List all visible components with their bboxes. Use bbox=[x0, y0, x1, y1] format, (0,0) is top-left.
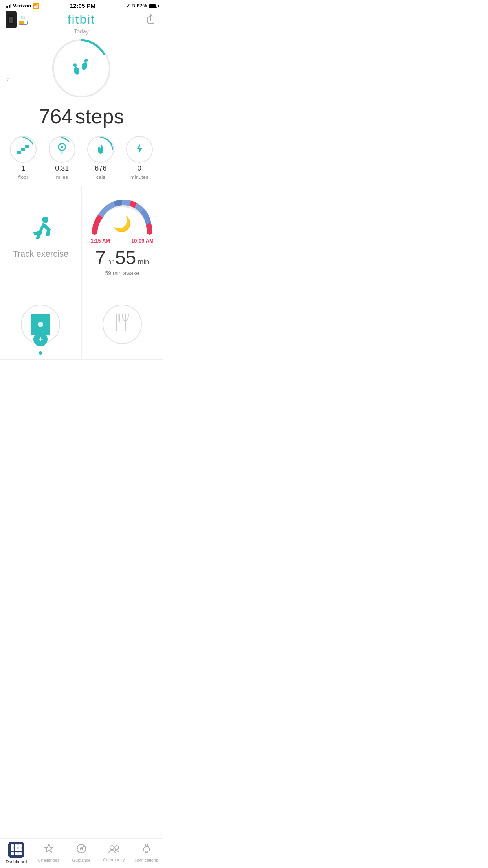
device-status-icons: ⧉ bbox=[19, 14, 28, 25]
svg-point-4 bbox=[73, 63, 77, 68]
cals-label: cals bbox=[96, 174, 105, 180]
stat-calories[interactable]: 676 cals bbox=[87, 136, 114, 180]
device-battery bbox=[19, 21, 28, 25]
sleep-times: 1:15 AM 10:09 AM bbox=[91, 238, 154, 244]
log-book-icon bbox=[31, 314, 50, 335]
app-header: ⧉ fitbit bbox=[0, 11, 163, 27]
minutes-value: 0 bbox=[138, 164, 141, 173]
svg-point-13 bbox=[42, 217, 48, 223]
share-icon bbox=[146, 13, 156, 26]
bottom-cards-row: + bbox=[0, 289, 163, 360]
steps-icon bbox=[70, 54, 93, 83]
miles-circle bbox=[49, 136, 75, 163]
sleep-min-label: min bbox=[138, 258, 149, 266]
today-label: Today bbox=[74, 28, 88, 35]
steps-label: steps bbox=[75, 105, 124, 128]
sleep-hours: 7 bbox=[95, 247, 106, 268]
running-icon bbox=[25, 216, 56, 249]
sleep-hr-label: hr bbox=[107, 258, 114, 266]
food-utensils-icon bbox=[114, 313, 131, 336]
sleep-start-time: 1:15 AM bbox=[91, 238, 110, 244]
miles-value: 0.31 bbox=[55, 164, 69, 173]
signal-bars bbox=[6, 4, 11, 8]
miles-label: miles bbox=[56, 174, 68, 180]
app-title: fitbit bbox=[68, 12, 95, 27]
steps-circle bbox=[50, 37, 113, 100]
floor-circle bbox=[10, 136, 37, 163]
cals-value: 676 bbox=[95, 164, 106, 173]
status-left: Verizon 📶 bbox=[6, 3, 39, 9]
log-circle: + bbox=[21, 305, 60, 344]
prev-day-arrow[interactable]: ‹ bbox=[6, 74, 9, 85]
food-circle bbox=[103, 305, 142, 344]
sleep-moon-icon: 🌙 bbox=[113, 215, 131, 232]
minutes-circle bbox=[126, 136, 153, 163]
stat-miles[interactable]: 0.31 miles bbox=[49, 136, 75, 180]
status-time: 12:05 PM bbox=[70, 2, 95, 9]
log-dot-indicator bbox=[39, 351, 42, 355]
steps-count: 764 bbox=[39, 105, 73, 128]
sleep-mins: 55 bbox=[115, 247, 136, 268]
log-plus-button[interactable]: + bbox=[33, 332, 48, 346]
svg-point-6 bbox=[84, 58, 88, 63]
floor-value: 1 bbox=[21, 164, 25, 173]
radio-icon: ⧉ bbox=[21, 14, 25, 21]
device-info: ⧉ bbox=[6, 11, 28, 28]
svg-marker-12 bbox=[137, 143, 142, 154]
carrier-label: Verizon bbox=[13, 3, 31, 9]
main-cards-row: Track exercise 🌙 1:15 AM 10:09 AM bbox=[0, 186, 163, 289]
stat-floor[interactable]: 1 floor bbox=[10, 136, 37, 180]
food-card[interactable] bbox=[82, 289, 163, 359]
battery-percent: 87% bbox=[137, 3, 147, 9]
lightning-icon bbox=[135, 143, 144, 156]
exercise-label: Track exercise bbox=[13, 249, 68, 259]
cals-circle bbox=[87, 136, 114, 163]
exercise-card[interactable]: Track exercise bbox=[0, 186, 82, 289]
svg-point-3 bbox=[73, 66, 81, 75]
sleep-awake: 59 min awake bbox=[105, 270, 139, 276]
floor-label: floor bbox=[18, 174, 28, 180]
bluetooth-icon: B bbox=[132, 3, 135, 9]
share-button[interactable] bbox=[145, 13, 157, 26]
wifi-icon: 📶 bbox=[33, 3, 39, 9]
minutes-label: minutes bbox=[130, 174, 149, 180]
location-icon: ✓ bbox=[126, 3, 130, 9]
status-right: ✓ B 87% bbox=[126, 3, 157, 9]
sleep-duration: 7 hr 55 min bbox=[95, 247, 149, 268]
sleep-gauge: 🌙 bbox=[91, 199, 154, 234]
sleep-end-time: 10:09 AM bbox=[131, 238, 154, 244]
log-card[interactable]: + bbox=[0, 289, 82, 359]
stats-row: 1 floor 0.31 miles bbox=[0, 132, 163, 186]
sleep-card[interactable]: 🌙 1:15 AM 10:09 AM 7 hr 55 min 59 min aw… bbox=[82, 186, 163, 289]
today-section: Today ‹ 764 steps bbox=[0, 27, 163, 132]
svg-point-5 bbox=[81, 62, 88, 71]
status-bar: Verizon 📶 12:05 PM ✓ B 87% bbox=[0, 0, 163, 11]
stat-minutes[interactable]: 0 minutes bbox=[126, 136, 153, 180]
battery-indicator bbox=[149, 4, 157, 8]
